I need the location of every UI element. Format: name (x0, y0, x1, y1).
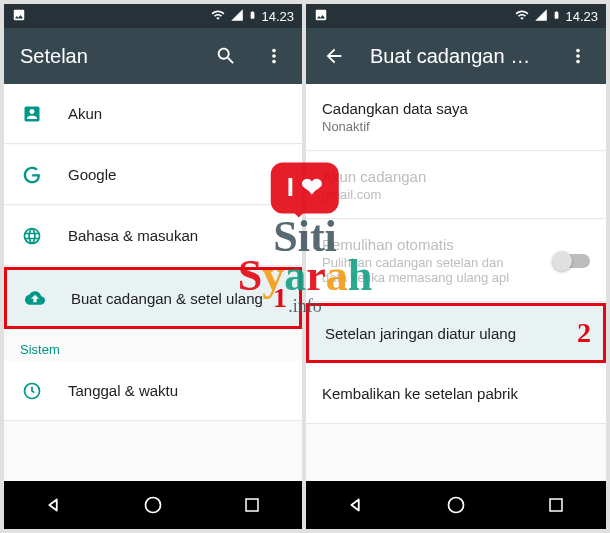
step-badge: 1 (273, 282, 287, 314)
back-button[interactable] (42, 493, 66, 517)
status-bar: 14.23 (4, 4, 302, 28)
list-item-language[interactable]: Bahasa & masukan (4, 206, 302, 266)
phone-screen-backup: 14.23 Buat cadangan & set... Cadangkan d… (306, 4, 606, 529)
nav-bar (4, 481, 302, 529)
signal-icon (230, 8, 244, 25)
toggle-switch (554, 254, 590, 268)
list-label: Buat cadangan & setel ulang (71, 290, 283, 307)
image-icon (12, 8, 26, 25)
back-button[interactable] (344, 493, 368, 517)
backup-icon (23, 286, 47, 310)
recents-button[interactable] (240, 493, 264, 517)
home-button[interactable] (141, 493, 165, 517)
status-time: 14.23 (565, 9, 598, 24)
status-time: 14.23 (261, 9, 294, 24)
list-label: Akun (68, 105, 286, 122)
page-title: Buat cadangan & set... (370, 45, 542, 68)
back-arrow-icon[interactable] (322, 44, 346, 68)
list-item-backup-reset[interactable]: Buat cadangan & setel ulang 1 (4, 267, 302, 329)
clock-icon (20, 379, 44, 403)
battery-icon (248, 8, 257, 25)
backup-list: Cadangkan data saya Nonaktif Akun cadang… (306, 84, 606, 481)
list-sublabel: Pulihkan cadangan setelan dan data ketik… (322, 255, 530, 285)
list-item-backup-data[interactable]: Cadangkan data saya Nonaktif (306, 84, 606, 151)
google-icon (20, 163, 44, 187)
section-header-system: Sistem (4, 330, 302, 361)
svg-rect-2 (246, 499, 258, 511)
list-item-datetime[interactable]: Tanggal & waktu (4, 361, 302, 421)
language-icon (20, 224, 44, 248)
list-item-network-reset[interactable]: Setelan jaringan diatur ulang 2 (306, 303, 606, 363)
svg-rect-4 (550, 499, 562, 511)
wifi-icon (210, 8, 226, 25)
list-label: Akun cadangan (322, 168, 590, 185)
list-sublabel: Nonaktif (322, 119, 590, 134)
nav-bar (306, 481, 606, 529)
page-title: Setelan (20, 45, 190, 68)
svg-point-3 (449, 498, 464, 513)
wifi-icon (514, 8, 530, 25)
list-label: Kembalikan ke setelan pabrik (322, 385, 590, 402)
signal-icon (534, 8, 548, 25)
search-icon[interactable] (214, 44, 238, 68)
list-label: Tanggal & waktu (68, 382, 286, 399)
list-label: Google (68, 166, 286, 183)
list-label: Bahasa & masukan (68, 227, 286, 244)
list-item-factory-reset[interactable]: Kembalikan ke setelan pabrik (306, 364, 606, 424)
list-sublabel: gmail.com (322, 187, 590, 202)
list-label: Setelan jaringan diatur ulang (325, 325, 587, 342)
step-badge: 2 (577, 317, 591, 349)
list-item-accounts[interactable]: Akun (4, 84, 302, 144)
app-bar: Buat cadangan & set... (306, 28, 606, 84)
overflow-menu-icon[interactable] (566, 44, 590, 68)
phone-screen-settings: 14.23 Setelan Akun Google (4, 4, 302, 529)
svg-point-1 (145, 498, 160, 513)
overflow-menu-icon[interactable] (262, 44, 286, 68)
list-item-backup-account: Akun cadangan gmail.com (306, 152, 606, 219)
status-bar: 14.23 (306, 4, 606, 28)
list-label: Cadangkan data saya (322, 100, 590, 117)
recents-button[interactable] (544, 493, 568, 517)
list-label: Pemulihan otomatis (322, 236, 530, 253)
list-item-google[interactable]: Google (4, 145, 302, 205)
battery-icon (552, 8, 561, 25)
settings-list: Akun Google Bahasa & masukan Buat cadang… (4, 84, 302, 481)
list-item-auto-restore: Pemulihan otomatis Pulihkan cadangan set… (306, 220, 606, 302)
home-button[interactable] (444, 493, 468, 517)
account-icon (20, 102, 44, 126)
image-icon (314, 8, 328, 25)
app-bar: Setelan (4, 28, 302, 84)
